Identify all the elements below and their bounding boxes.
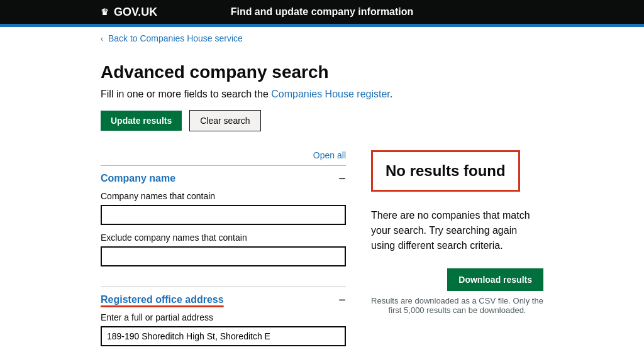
breadcrumb-chevron-icon: ‹ [101, 35, 103, 43]
header-title: Find and update company information [231, 6, 414, 18]
breadcrumb-link[interactable]: Back to Companies House service [108, 33, 243, 43]
filter-section-company-name: Company name − Company names that contai… [101, 165, 346, 287]
logo-text: GOV.UK [114, 6, 157, 19]
open-all-link[interactable]: Open all [101, 150, 346, 160]
download-results-button[interactable]: Download results [447, 268, 543, 291]
filter-title-registered-office: Registered office address [101, 294, 224, 305]
clear-search-button[interactable]: Clear search [189, 110, 260, 131]
main-container: Open all Company name − Company names th… [0, 150, 644, 362]
filter-header-company-name[interactable]: Company name − [101, 172, 346, 185]
address-label: Enter a full or partial address [101, 312, 346, 322]
page-subtitle: Fill in one or more fields to search the… [101, 89, 543, 100]
filter-toggle-registered-office-icon: − [338, 293, 346, 306]
filter-content-registered-office: Enter a full or partial address [101, 306, 346, 360]
no-results-box: No results found [371, 150, 520, 192]
no-results-title: No results found [386, 162, 506, 180]
filter-header-registered-office[interactable]: Registered office address − [101, 293, 346, 306]
company-name-exclude-input[interactable] [101, 246, 346, 266]
filter-content-company-name: Company names that contain Exclude compa… [101, 185, 346, 280]
exclude-label: Exclude company names that contain [101, 233, 346, 243]
page-title-section: Advanced company search Fill in one or m… [0, 50, 644, 150]
filter-title-company-name: Company name [101, 173, 175, 184]
download-note: Results are downloaded as a CSV file. On… [371, 296, 543, 315]
filters-panel: Open all Company name − Company names th… [101, 150, 346, 362]
filter-section-registered-office: Registered office address − Enter a full… [101, 287, 346, 362]
page-title: Advanced company search [101, 62, 543, 82]
register-link[interactable]: Companies House register [271, 89, 390, 99]
gov-uk-logo: ♛ GOV.UK [101, 6, 157, 19]
company-name-include-input[interactable] [101, 205, 346, 225]
results-panel: No results found There are no companies … [371, 150, 543, 362]
crown-icon: ♛ [101, 7, 109, 17]
filter-toggle-company-name-icon: − [338, 172, 346, 185]
update-results-button[interactable]: Update results [101, 111, 182, 131]
no-results-text: There are no companies that match your s… [371, 208, 543, 253]
include-label: Company names that contain [101, 191, 346, 201]
breadcrumb: ‹ Back to Companies House service [0, 27, 644, 50]
download-row: Download results [371, 268, 543, 291]
site-header: ♛ GOV.UK Find and update company informa… [0, 0, 644, 24]
buttons-row: Update results Clear search [101, 110, 543, 131]
registered-office-input[interactable] [101, 326, 346, 346]
